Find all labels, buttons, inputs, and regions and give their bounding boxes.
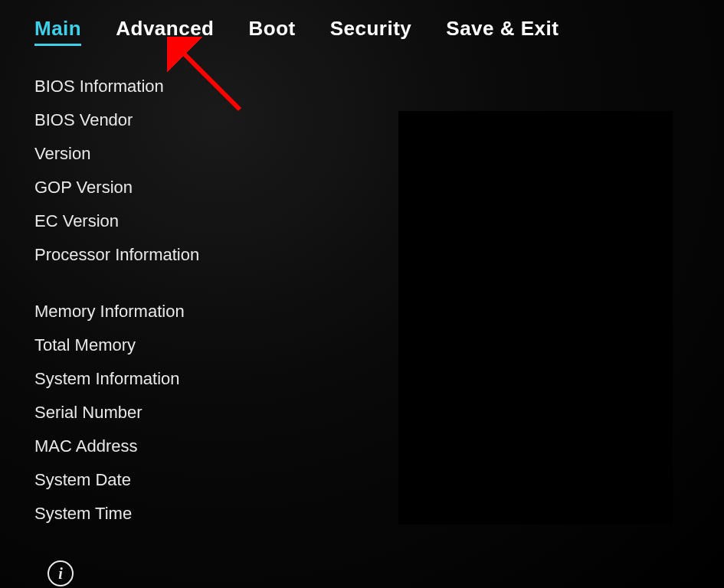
tab-save-exit[interactable]: Save & Exit — [446, 17, 559, 46]
serial-number-label: Serial Number — [34, 403, 418, 423]
tab-main[interactable]: Main — [34, 17, 81, 46]
tab-boot[interactable]: Boot — [249, 17, 296, 46]
tab-advanced[interactable]: Advanced — [116, 17, 214, 46]
total-memory-label: Total Memory — [34, 335, 418, 355]
bios-vendor-label: BIOS Vendor — [34, 110, 418, 130]
main-content: BIOS Information BIOS Vendor American Me… — [0, 46, 724, 524]
memory-information-heading: Memory Information — [34, 302, 418, 322]
system-date-label[interactable]: System Date — [34, 470, 418, 490]
mac-address-label: MAC Address — [34, 436, 418, 456]
gop-version-label: GOP Version — [34, 178, 418, 198]
tab-bar: Main Advanced Boot Security Save & Exit — [0, 0, 724, 46]
info-icon[interactable]: i — [48, 560, 74, 586]
bios-information-heading: BIOS Information — [34, 77, 418, 96]
system-information-heading: System Information — [34, 369, 418, 389]
system-time-label[interactable]: System Time — [34, 504, 418, 524]
tab-security[interactable]: Security — [330, 17, 412, 46]
processor-information-heading: Processor Information — [34, 245, 418, 265]
ec-version-label: EC Version — [34, 211, 418, 231]
redacted-values-region — [398, 111, 673, 524]
version-label: Version — [34, 144, 418, 164]
